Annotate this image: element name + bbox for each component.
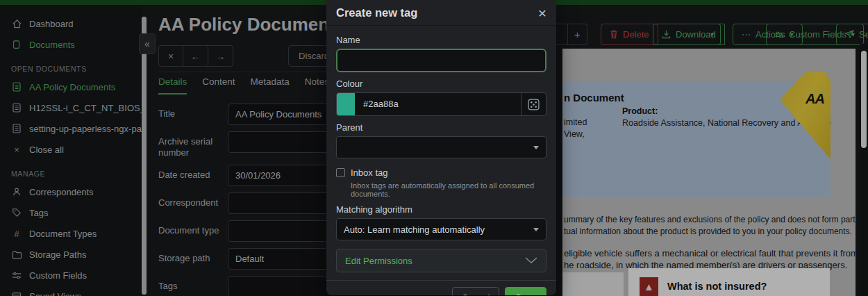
matching-algorithm-value: Auto: Learn matching automatically [344, 224, 485, 235]
colour-label: Colour [336, 79, 546, 89]
name-label: Name [336, 35, 546, 45]
save-button[interactable]: Save [505, 287, 546, 295]
create-tag-modal: Create new tag × Name Colour #2aa88a Par… [326, 0, 556, 295]
modal-header: Create new tag × [326, 0, 556, 26]
matching-algorithm-select[interactable]: Auto: Learn matching automatically [336, 218, 546, 240]
random-colour-button[interactable] [521, 93, 546, 115]
tag-name-input[interactable] [336, 49, 546, 72]
inbox-tag-row: Inbox tag [336, 167, 546, 178]
parent-label: Parent [336, 122, 546, 133]
edit-permissions-accordion[interactable]: Edit Permissions [336, 249, 546, 272]
parent-select[interactable] [336, 136, 546, 158]
colour-input-group: #2aa88a [336, 92, 546, 116]
matching-algorithm-label: Matching algorithm [336, 204, 546, 215]
colour-value-input[interactable]: #2aa88a [355, 93, 521, 115]
edit-permissions-label: Edit Permissions [345, 256, 412, 266]
cancel-button[interactable]: Cancel [452, 287, 499, 295]
caret-down-icon [533, 146, 539, 149]
paperless-app: Dashboard Documents OPEN DOCUMENTS AA Po… [0, 0, 868, 296]
close-icon: × [538, 5, 546, 21]
dice-icon [528, 99, 540, 110]
inbox-tag-label[interactable]: Inbox tag [351, 167, 388, 178]
colour-swatch [337, 93, 355, 115]
modal-title: Create new tag [336, 6, 417, 19]
modal-body: Name Colour #2aa88a Parent Inbox tag Inb… [326, 26, 556, 272]
modal-close-button[interactable]: × [538, 6, 546, 20]
inbox-tag-hint: Inbox tags are automatically assigned to… [351, 181, 546, 198]
modal-footer: Cancel Save [326, 280, 556, 295]
inbox-tag-checkbox[interactable] [336, 168, 345, 177]
chevron-down-icon [525, 257, 537, 264]
caret-down-icon [533, 228, 539, 231]
